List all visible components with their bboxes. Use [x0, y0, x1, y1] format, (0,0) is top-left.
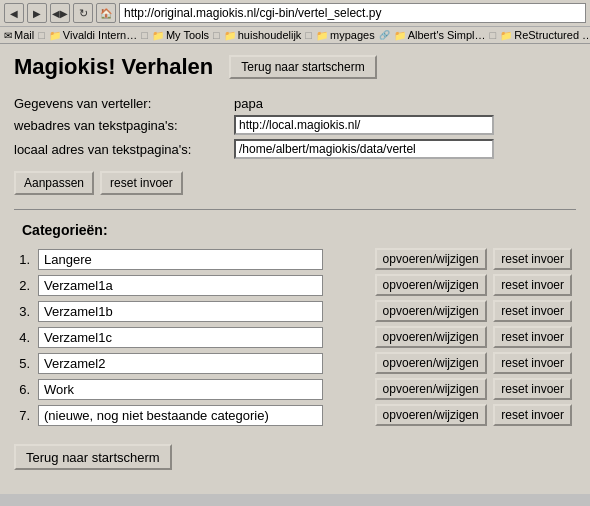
- nav-forward-btn[interactable]: ▶: [27, 3, 47, 23]
- toolbar-row: ◀ ▶ ◀▶ ↻ 🏠: [0, 0, 590, 27]
- aanpassen-button[interactable]: Aanpassen: [14, 171, 94, 195]
- folder-icon-1: 📁: [49, 30, 61, 41]
- cat-actions: opvoeren/wijzigen reset invoer: [327, 350, 576, 376]
- cat-name: Langere: [38, 249, 323, 270]
- localaddress-input[interactable]: [234, 139, 494, 159]
- cat-name: Verzamel1b: [38, 301, 323, 322]
- bm-alberts[interactable]: 📁 Albert's Simpl…: [394, 29, 486, 41]
- cat-actions: opvoeren/wijzigen reset invoer: [327, 324, 576, 350]
- bm-huishoudelijk-label: huishoudelijk: [238, 29, 302, 41]
- nav-home-btn[interactable]: 🏠: [96, 3, 116, 23]
- cat-name: Verzamel1a: [38, 275, 323, 296]
- reset-cat-button-7[interactable]: reset invoer: [493, 404, 572, 426]
- reset-cat-button-4[interactable]: reset invoer: [493, 326, 572, 348]
- categories-section: Categorieën: 1. Langere opvoeren/wijzige…: [14, 222, 576, 428]
- cat-name-cell: Verzamel1a: [34, 272, 327, 298]
- opvoeren-button-7[interactable]: opvoeren/wijzigen: [375, 404, 487, 426]
- narrator-row: Gegevens van verteller: papa: [14, 96, 576, 111]
- opvoeren-button-4[interactable]: opvoeren/wijzigen: [375, 326, 487, 348]
- webaddress-input[interactable]: [234, 115, 494, 135]
- opvoeren-button-5[interactable]: opvoeren/wijzigen: [375, 352, 487, 374]
- bm-mypages-label: mypages: [330, 29, 375, 41]
- cat-actions: opvoeren/wijzigen reset invoer: [327, 402, 576, 428]
- page-content: Magiokis! Verhalen Terug naar startscher…: [0, 44, 590, 494]
- cat-num: 2.: [14, 272, 34, 298]
- narrator-label: Gegevens van verteller:: [14, 96, 234, 111]
- cat-num: 3.: [14, 298, 34, 324]
- table-row: 7. (nieuwe, nog niet bestaande categorie…: [14, 402, 576, 428]
- cat-actions: opvoeren/wijzigen reset invoer: [327, 298, 576, 324]
- table-row: 2. Verzamel1a opvoeren/wijzigen reset in…: [14, 272, 576, 298]
- webaddress-label: webadres van tekstpagina's:: [14, 118, 234, 133]
- bookmarks-bar: ✉ Mail □ 📁 Vivaldi Intern… □ 📁 My Tools …: [0, 27, 590, 43]
- cat-name: Work: [38, 379, 323, 400]
- folder-icon-5: 📁: [394, 30, 406, 41]
- folder-icon-6: 📁: [500, 30, 512, 41]
- nav-refresh-skip-btn[interactable]: ◀▶: [50, 3, 70, 23]
- reset-cat-button-6[interactable]: reset invoer: [493, 378, 572, 400]
- opvoeren-button-6[interactable]: opvoeren/wijzigen: [375, 378, 487, 400]
- bm-mail[interactable]: ✉ Mail: [4, 29, 34, 41]
- folder-icon-3: 📁: [224, 30, 236, 41]
- bm-alberts-label: Albert's Simpl…: [408, 29, 486, 41]
- folder-icon-4: 📁: [316, 30, 328, 41]
- back-to-start-button-top[interactable]: Terug naar startscherm: [229, 55, 376, 79]
- divider: [14, 209, 576, 210]
- nav-refresh-btn[interactable]: ↻: [73, 3, 93, 23]
- cat-num: 4.: [14, 324, 34, 350]
- categories-label: Categorieën:: [22, 222, 576, 238]
- table-row: 4. Verzamel1c opvoeren/wijzigen reset in…: [14, 324, 576, 350]
- info-section: Gegevens van verteller: papa webadres va…: [14, 96, 576, 159]
- cat-actions: opvoeren/wijzigen reset invoer: [327, 246, 576, 272]
- table-row: 3. Verzamel1b opvoeren/wijzigen reset in…: [14, 298, 576, 324]
- localaddress-label: locaal adres van tekstpagina's:: [14, 142, 234, 157]
- bm-mypages[interactable]: 📁 mypages: [316, 29, 375, 41]
- bm-mytools[interactable]: 📁 My Tools: [152, 29, 209, 41]
- page-header: Magiokis! Verhalen Terug naar startscher…: [14, 54, 576, 80]
- cat-num: 6.: [14, 376, 34, 402]
- cat-name-cell: Langere: [34, 246, 327, 272]
- cat-name-cell: Verzamel2: [34, 350, 327, 376]
- cat-name: Verzamel1c: [38, 327, 323, 348]
- opvoeren-button-2[interactable]: opvoeren/wijzigen: [375, 274, 487, 296]
- table-row: 1. Langere opvoeren/wijzigen reset invoe…: [14, 246, 576, 272]
- cat-name: Verzamel2: [38, 353, 323, 374]
- back-to-start-button-bottom[interactable]: Terug naar startscherm: [14, 444, 172, 470]
- cat-actions: opvoeren/wijzigen reset invoer: [327, 272, 576, 298]
- bm-huishoudelijk[interactable]: 📁 huishoudelijk: [224, 29, 302, 41]
- bm-vivaldi[interactable]: 📁 Vivaldi Intern…: [49, 29, 137, 41]
- bm-mytools-label: My Tools: [166, 29, 209, 41]
- cat-actions: opvoeren/wijzigen reset invoer: [327, 376, 576, 402]
- reset-cat-button-1[interactable]: reset invoer: [493, 248, 572, 270]
- browser-chrome: ◀ ▶ ◀▶ ↻ 🏠 ✉ Mail □ 📁 Vivaldi Intern… □ …: [0, 0, 590, 44]
- opvoeren-button-3[interactable]: opvoeren/wijzigen: [375, 300, 487, 322]
- bm-mail-label: Mail: [14, 29, 34, 41]
- opvoeren-button-1[interactable]: opvoeren/wijzigen: [375, 248, 487, 270]
- address-bar[interactable]: [119, 3, 586, 23]
- reset-cat-button-5[interactable]: reset invoer: [493, 352, 572, 374]
- table-row: 5. Verzamel2 opvoeren/wijzigen reset inv…: [14, 350, 576, 376]
- categories-table: 1. Langere opvoeren/wijzigen reset invoe…: [14, 246, 576, 428]
- nav-back-btn[interactable]: ◀: [4, 3, 24, 23]
- narrator-value: papa: [234, 96, 263, 111]
- localaddress-row: locaal adres van tekstpagina's:: [14, 139, 576, 159]
- bm-vivaldi-label: Vivaldi Intern…: [63, 29, 137, 41]
- page-title: Magiokis! Verhalen: [14, 54, 213, 80]
- footer-section: Terug naar startscherm: [14, 444, 576, 470]
- bm-restructured[interactable]: 📁 ReStructured …: [500, 29, 590, 41]
- cat-name-cell: (nieuwe, nog niet bestaande categorie): [34, 402, 327, 428]
- bm-restructured-label: ReStructured …: [514, 29, 590, 41]
- cat-name-cell: Work: [34, 376, 327, 402]
- cat-num: 1.: [14, 246, 34, 272]
- reset-invoer-button[interactable]: reset invoer: [100, 171, 183, 195]
- cat-name-cell: Verzamel1b: [34, 298, 327, 324]
- webaddress-row: webadres van tekstpagina's:: [14, 115, 576, 135]
- cat-name: (nieuwe, nog niet bestaande categorie): [38, 405, 323, 426]
- table-row: 6. Work opvoeren/wijzigen reset invoer: [14, 376, 576, 402]
- cat-num: 7.: [14, 402, 34, 428]
- reset-cat-button-3[interactable]: reset invoer: [493, 300, 572, 322]
- action-buttons: Aanpassen reset invoer: [14, 171, 576, 195]
- reset-cat-button-2[interactable]: reset invoer: [493, 274, 572, 296]
- mail-icon: ✉: [4, 30, 12, 41]
- folder-icon-2: 📁: [152, 30, 164, 41]
